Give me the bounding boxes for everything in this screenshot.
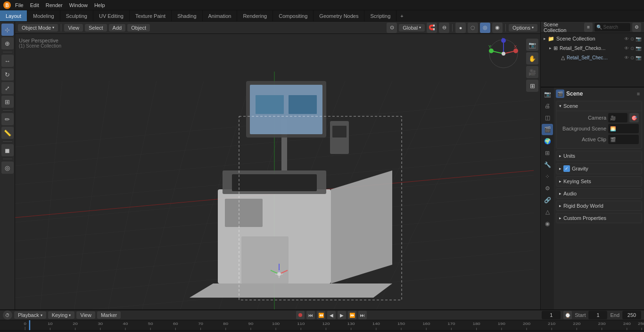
scale-tool-button[interactable]: ⤢ bbox=[1, 82, 14, 94]
tab-uv-editing[interactable]: UV Editing bbox=[93, 10, 130, 21]
props-tab-modifier[interactable]: 🔧 bbox=[542, 159, 553, 170]
select-menu-button[interactable]: Select bbox=[85, 24, 107, 32]
outliner-item-1[interactable]: ▸ ⊞ Retail_Self_Checkout_System 👁 ⊙ 📷 bbox=[542, 43, 643, 53]
transform-tool-button[interactable]: ⊞ bbox=[1, 96, 14, 108]
annotate-tool-button[interactable]: ✏ bbox=[1, 113, 14, 125]
playback-menu-button[interactable]: Playback ▾ bbox=[14, 311, 46, 319]
transform-pivot-button[interactable]: ⊙ bbox=[387, 23, 397, 33]
props-tab-world[interactable]: 🌍 bbox=[542, 136, 553, 147]
move-tool-button[interactable]: ↔ bbox=[1, 55, 14, 67]
keying-menu-button[interactable]: Keying ▾ bbox=[48, 311, 75, 319]
viewport-shading-material[interactable]: ◎ bbox=[480, 23, 490, 33]
outliner-search[interactable]: 🔍 Search bbox=[594, 23, 630, 32]
jump-end-button[interactable]: ⏭ bbox=[358, 311, 367, 319]
tab-animation[interactable]: Animation bbox=[203, 10, 238, 21]
right-panel: Scene Collection ≡ 🔍 Search ⚙ ▸ 📁 Scene … bbox=[540, 22, 644, 309]
start-frame-input[interactable]: 1 bbox=[588, 311, 607, 319]
props-tab-physics[interactable]: ⚙ bbox=[542, 183, 553, 194]
view-menu-button[interactable]: View bbox=[64, 24, 83, 32]
props-tab-material[interactable]: ◉ bbox=[542, 218, 553, 229]
tab-geometry-nodes[interactable]: Geometry Nodes bbox=[314, 10, 364, 21]
tab-layout[interactable]: Layout bbox=[0, 10, 27, 21]
object-menu-button[interactable]: Object bbox=[127, 24, 150, 32]
viewport-zoom-button[interactable]: 🎥 bbox=[526, 66, 538, 78]
menu-window[interactable]: Window bbox=[66, 1, 91, 9]
gravity-checkbox[interactable]: ✓ bbox=[563, 165, 570, 172]
viewport-shading-rendered[interactable]: ◉ bbox=[492, 23, 503, 33]
add-workspace-button[interactable]: + bbox=[396, 12, 407, 20]
menu-file[interactable]: File bbox=[12, 1, 26, 9]
outliner-filter-button[interactable]: ≡ bbox=[584, 23, 593, 32]
timeline-ruler[interactable]: 0 10 20 30 40 50 60 70 80 90 1 bbox=[0, 320, 644, 330]
viewport-pan-button[interactable]: ✋ bbox=[526, 52, 538, 65]
camera-eyedropper-btn[interactable]: 🎯 bbox=[629, 113, 639, 122]
select-tool-button[interactable]: ⊹ bbox=[1, 24, 14, 36]
viewport-canvas[interactable]: User Perspective (1) Scene Collection X bbox=[15, 34, 540, 309]
marker-menu-button[interactable]: Marker bbox=[97, 311, 121, 319]
tab-scripting[interactable]: Scripting bbox=[364, 10, 396, 21]
menu-edit[interactable]: Edit bbox=[27, 1, 42, 9]
current-frame-input[interactable]: 1 bbox=[542, 311, 561, 319]
timeline-view-menu-button[interactable]: View bbox=[76, 311, 95, 319]
audio-section-header[interactable]: ▸ Audio bbox=[556, 189, 642, 198]
scene-section-header[interactable]: ▾ Scene bbox=[556, 101, 642, 111]
transform-global-button[interactable]: Global ▾ bbox=[399, 24, 425, 32]
gizmo-widget[interactable]: X Y Z bbox=[487, 38, 520, 70]
timeline-icon[interactable]: ⏱ bbox=[3, 310, 12, 320]
playback-fps-button[interactable]: ⌚ bbox=[563, 311, 572, 319]
custom-properties-section-header[interactable]: ▸ Custom Properties bbox=[556, 213, 642, 223]
viewport-shading-wireframe[interactable]: ◌ bbox=[468, 23, 478, 33]
add-cube-button[interactable]: ◼ bbox=[1, 144, 14, 156]
props-tab-constraints[interactable]: 🔗 bbox=[542, 194, 553, 206]
step-forward-button[interactable]: ⏩ bbox=[348, 311, 356, 319]
record-button[interactable] bbox=[296, 311, 305, 319]
jump-start-button[interactable]: ⏮ bbox=[306, 311, 315, 319]
end-frame-input[interactable]: 250 bbox=[622, 311, 641, 319]
outliner-options-button[interactable]: ⚙ bbox=[632, 23, 641, 32]
props-options-icon[interactable]: ≡ bbox=[635, 90, 642, 97]
scene-collection-item[interactable]: ▸ 📁 Scene Collection 👁 ⊙ 📷 bbox=[542, 34, 643, 43]
play-forward-button[interactable]: ▶ bbox=[338, 311, 346, 319]
tab-rendering[interactable]: Rendering bbox=[237, 10, 273, 21]
measure-tool-button[interactable]: 📏 bbox=[1, 127, 14, 139]
svg-line-7 bbox=[15, 156, 534, 203]
blender-logo[interactable]: B bbox=[2, 0, 12, 10]
tab-sculpting[interactable]: Sculpting bbox=[60, 10, 93, 21]
svg-point-48 bbox=[513, 49, 518, 53]
props-tab-view-layer[interactable]: ◫ bbox=[542, 112, 553, 123]
add-menu-button[interactable]: Add bbox=[109, 24, 126, 32]
camera-field[interactable]: 🎥 bbox=[608, 113, 627, 122]
background-scene-field[interactable]: 🌅 bbox=[608, 124, 639, 133]
keying-sets-section-header[interactable]: ▸ Keying Sets bbox=[556, 177, 642, 186]
props-tab-output[interactable]: 🖨 bbox=[542, 100, 553, 112]
gravity-section-header[interactable]: ▸ ✓ Gravity bbox=[556, 163, 642, 174]
rotate-tool-button[interactable]: ↻ bbox=[1, 68, 14, 81]
rigid-body-section-header[interactable]: ▸ Rigid Body World bbox=[556, 201, 642, 211]
options-button[interactable]: Options ▾ bbox=[509, 24, 537, 32]
outliner-item-2[interactable]: ▸ △ Retail_Self_Checkout_Sy 👁 ⊙ 📷 bbox=[542, 53, 643, 62]
props-tab-scene[interactable]: 🎬 bbox=[542, 124, 553, 135]
viewport-shading-solid[interactable]: ● bbox=[455, 23, 466, 33]
viewport-camera-button[interactable]: 📷 bbox=[526, 39, 538, 51]
svg-line-41 bbox=[271, 270, 279, 274]
menu-help[interactable]: Help bbox=[91, 1, 108, 9]
origin-button[interactable]: ◎ bbox=[1, 162, 14, 174]
play-reverse-button[interactable]: ◀ bbox=[327, 311, 336, 319]
proportional-edit-button[interactable]: ⊖ bbox=[439, 23, 449, 33]
tab-modeling[interactable]: Modeling bbox=[27, 10, 60, 21]
props-tab-render[interactable]: 📷 bbox=[542, 89, 553, 100]
cursor-tool-button[interactable]: ⊕ bbox=[1, 37, 14, 49]
viewport-grid-button[interactable]: ⊞ bbox=[526, 80, 538, 92]
snap-button[interactable]: 🧲 bbox=[427, 23, 437, 33]
object-mode-dropdown[interactable]: Object Mode ▾ bbox=[18, 24, 58, 32]
props-tab-object[interactable]: ⊞ bbox=[542, 147, 553, 159]
menu-render[interactable]: Render bbox=[43, 1, 66, 9]
tab-shading[interactable]: Shading bbox=[172, 10, 202, 21]
active-clip-field[interactable]: 🎬 bbox=[608, 135, 639, 144]
tab-compositing[interactable]: Compositing bbox=[273, 10, 314, 21]
props-tab-particles[interactable]: ⁘ bbox=[542, 171, 553, 182]
props-tab-data[interactable]: △ bbox=[542, 206, 553, 218]
step-back-button[interactable]: ⏪ bbox=[317, 311, 325, 319]
units-section-header[interactable]: ▸ Units bbox=[556, 151, 642, 161]
tab-texture-paint[interactable]: Texture Paint bbox=[130, 10, 172, 21]
